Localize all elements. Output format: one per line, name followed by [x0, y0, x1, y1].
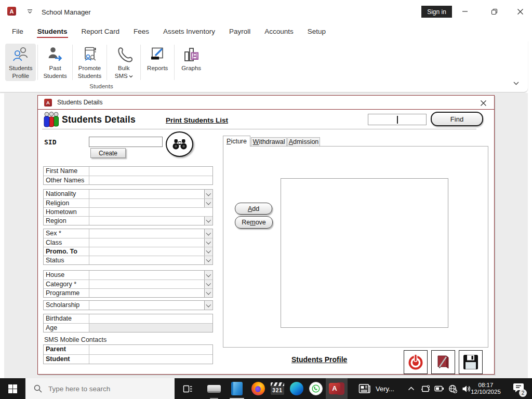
reports-button[interactable]: Reports [142, 44, 172, 81]
search-input[interactable] [48, 385, 163, 393]
field-row: Category * [44, 280, 212, 288]
firefox-icon [251, 382, 265, 395]
taskbar-app-whatsapp[interactable] [307, 378, 325, 399]
sign-in-button[interactable]: Sign in [421, 6, 452, 18]
taskbar-clock[interactable]: 08:17 12/10/2025 [465, 378, 507, 399]
close-button[interactable] [513, 5, 527, 18]
student-contact-input[interactable] [89, 355, 212, 364]
birthdate-input[interactable] [89, 314, 212, 323]
region-dropdown-button[interactable] [204, 217, 212, 225]
dialog-close-button[interactable] [479, 99, 487, 107]
notification-center-button[interactable]: 2 [508, 378, 529, 399]
ribbon-button-strip: StudentsProfile PastStudents [5, 44, 206, 81]
taskbar-search-box[interactable] [25, 378, 175, 399]
students-profile-button[interactable]: StudentsProfile [5, 44, 36, 81]
bulk-sms-button[interactable]: Bulk SMS [109, 44, 139, 81]
quick-access-caret-icon[interactable] [27, 9, 33, 14]
taskbar-app-bluebook[interactable] [228, 378, 246, 399]
first-name-input[interactable] [89, 167, 212, 176]
power-icon [406, 353, 425, 371]
taskbar-app-media-player[interactable]: 321 [268, 378, 287, 399]
promote-students-button[interactable]: PromoteStudents [74, 44, 105, 81]
tab-payroll[interactable]: Payroll [229, 25, 251, 38]
tray-network-button[interactable] [446, 378, 459, 399]
category-input[interactable] [89, 280, 204, 288]
show-hidden-icons-button[interactable] [405, 378, 417, 399]
window-titlebar: A School Manager Sign in [0, 0, 532, 23]
graphs-icon [182, 46, 200, 63]
ribbon-button-label: PastStudents [43, 64, 66, 80]
programme-dropdown-button[interactable] [204, 289, 212, 297]
collapse-ribbon-icon[interactable] [513, 81, 520, 86]
remove-picture-button[interactable]: Remove [235, 216, 273, 229]
add-picture-button[interactable]: Add [235, 203, 272, 215]
tab-fees[interactable]: Fees [133, 25, 150, 38]
restore-button[interactable] [487, 5, 501, 18]
search-student-button[interactable] [166, 131, 193, 157]
sid-label: SID [44, 138, 56, 146]
sex-dropdown-button[interactable] [204, 229, 212, 238]
region-input[interactable] [89, 217, 204, 225]
print-students-list-link[interactable]: Print Students List [166, 116, 228, 124]
promo-to-dropdown-button[interactable] [204, 247, 212, 256]
tab-accounts[interactable]: Accounts [264, 25, 294, 38]
house-dropdown-button[interactable] [204, 271, 212, 280]
taskbar-app-edge[interactable] [287, 378, 305, 399]
taskbar-app-firefox[interactable] [249, 378, 267, 399]
status-dropdown-button[interactable] [204, 256, 212, 264]
tab-assets-inventory[interactable]: Assets Inventory [163, 25, 216, 38]
sex-input[interactable] [89, 229, 204, 238]
access-app-icon: A [7, 7, 16, 16]
past-students-button[interactable]: PastStudents [39, 44, 70, 81]
field-row: Sex * [44, 229, 212, 238]
save-button[interactable] [459, 350, 483, 374]
tab-file[interactable]: File [11, 25, 24, 38]
tab-report-card[interactable]: Report Card [81, 25, 121, 38]
create-button[interactable]: Create [90, 148, 126, 158]
scholarship-dropdown-button[interactable] [204, 301, 212, 310]
edit-record-button[interactable] [431, 350, 455, 374]
news-widget-button[interactable]: Very... [354, 378, 404, 399]
programme-input[interactable] [89, 289, 204, 297]
students-profile-link[interactable]: Students Profile [291, 355, 347, 364]
religion-dropdown-button[interactable] [204, 199, 212, 207]
promo-to-input[interactable] [89, 247, 204, 256]
class-dropdown-button[interactable] [204, 238, 212, 247]
tab-setup[interactable]: Setup [307, 25, 326, 38]
tab-students[interactable]: Students [37, 25, 68, 38]
class-input[interactable] [89, 238, 204, 247]
ribbon-separator [140, 45, 141, 80]
nationality-dropdown-button[interactable] [204, 190, 212, 198]
find-button[interactable]: Find [431, 112, 483, 126]
category-dropdown-button[interactable] [204, 280, 212, 288]
graphs-button[interactable]: Graphs [176, 44, 206, 81]
field-label: Class [44, 238, 89, 247]
task-view-button[interactable] [178, 378, 197, 399]
start-button[interactable] [0, 378, 25, 399]
tray-device-button[interactable] [419, 378, 432, 399]
tab-picture[interactable]: Picture [223, 136, 250, 147]
taskbar-app-access[interactable]: A [326, 378, 348, 399]
exit-button[interactable] [404, 350, 428, 374]
ribbon-tab-bar: File Students Report Card Fees Assets In… [0, 23, 532, 41]
find-search-input[interactable] [368, 114, 427, 125]
past-students-icon [46, 46, 64, 63]
media-player-icon: 321 [271, 382, 284, 395]
minimize-button[interactable] [458, 5, 472, 18]
status-input[interactable] [89, 256, 204, 264]
tab-admission[interactable]: Admission [287, 137, 320, 147]
taskbar-app-drive[interactable] [205, 378, 223, 399]
house-input[interactable] [89, 271, 204, 280]
nationality-input[interactable] [89, 190, 204, 198]
scholarship-input[interactable] [89, 301, 204, 310]
tab-withdrawal[interactable]: Withdrawal [251, 137, 287, 147]
sid-input[interactable] [89, 137, 163, 147]
tray-battery-button[interactable] [432, 378, 446, 399]
ribbon-group-label: Students [78, 83, 125, 89]
field-label: Student [44, 355, 89, 364]
religion-input[interactable] [89, 199, 204, 207]
edge-icon [290, 382, 303, 395]
parent-contact-input[interactable] [89, 345, 212, 354]
other-names-input[interactable] [89, 176, 212, 184]
hometown-input[interactable] [89, 208, 212, 216]
